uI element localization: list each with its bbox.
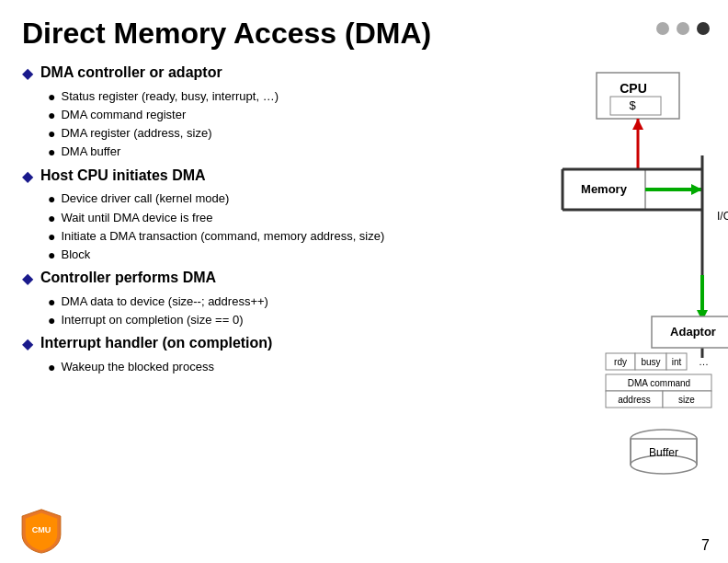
svg-text:size: size: [678, 395, 695, 405]
sub-dot: ●: [48, 229, 55, 244]
svg-text:address: address: [618, 395, 651, 405]
text-column: ◆ DMA controller or adaptor ● Status reg…: [22, 63, 417, 487]
nav-dots: [656, 22, 710, 35]
svg-text:Buffer: Buffer: [649, 446, 678, 459]
bullet-main-4: ◆ Interrupt handler (on completion): [22, 334, 417, 353]
sub-bullets-3: ● DMA data to device (size--; address++)…: [48, 293, 417, 328]
list-item: ● Interrupt on completion (size == 0): [48, 312, 417, 328]
diagram-column: CPU $ Memory I/O bus: [427, 63, 706, 487]
list-item: ● Initiate a DMA transaction (command, m…: [48, 228, 417, 245]
list-item: ● Wakeup the blocked process: [48, 359, 417, 375]
sub-text: DMA command register: [61, 107, 186, 123]
sub-dot: ●: [48, 144, 55, 159]
nav-dot-1: [656, 22, 669, 35]
logo-shield-icon: CMU: [18, 508, 64, 554]
svg-text:rdy: rdy: [614, 357, 627, 367]
list-item: ● Block: [48, 247, 417, 263]
list-item: ● Status register (ready, busy, interrup…: [48, 88, 417, 105]
bullet-diamond-3: ◆: [22, 270, 33, 287]
svg-marker-5: [632, 119, 643, 130]
sub-text: Status register (ready, busy, interrupt,…: [61, 88, 279, 105]
bullet-main-text-4: Interrupt handler (on completion): [40, 334, 272, 353]
sub-text: Wait until DMA device is free: [61, 210, 212, 226]
sub-text: DMA buffer: [61, 144, 120, 160]
bullet-main-3: ◆ Controller performs DMA: [22, 269, 417, 288]
list-item: ● DMA buffer: [48, 144, 417, 160]
sub-text: Interrupt on completion (size == 0): [61, 312, 243, 328]
sub-bullets-2: ● Device driver call (kernel mode) ● Wai…: [48, 190, 417, 263]
sub-bullets-1: ● Status register (ready, busy, interrup…: [48, 88, 417, 161]
bullet-main-text-1: DMA controller or adaptor: [40, 63, 222, 83]
sub-text: Device driver call (kernel mode): [61, 190, 229, 207]
nav-dot-2: [677, 22, 689, 35]
content-area: ◆ DMA controller or adaptor ● Status reg…: [22, 63, 706, 487]
list-item: ● Wait until DMA device is free: [48, 210, 417, 226]
bullet-main-text-3: Controller performs DMA: [40, 269, 216, 288]
sub-text: Block: [61, 247, 90, 263]
diagram-svg: CPU $ Memory I/O bus: [427, 63, 728, 487]
sub-dot: ●: [48, 89, 55, 104]
svg-text:busy: busy: [641, 357, 660, 367]
sub-dot: ●: [48, 126, 55, 141]
sub-dot: ●: [48, 294, 55, 309]
bullet-diamond-4: ◆: [22, 335, 33, 352]
svg-text:I/O bus: I/O bus: [717, 210, 728, 223]
sub-dot: ●: [48, 211, 55, 225]
svg-text:Adaptor: Adaptor: [670, 325, 716, 339]
bullet-diamond-1: ◆: [22, 64, 33, 82]
sub-text: DMA data to device (size--; address++): [61, 293, 267, 310]
svg-text:CMU: CMU: [32, 525, 51, 534]
svg-text:DMA command: DMA command: [628, 378, 690, 388]
bullet-main-2: ◆ Host CPU initiates DMA: [22, 167, 417, 186]
sub-text: DMA register (address, size): [61, 125, 211, 142]
svg-text:$: $: [629, 98, 636, 112]
bullet-diamond-2: ◆: [22, 167, 33, 185]
svg-text:CPU: CPU: [620, 81, 647, 96]
svg-text:int: int: [672, 357, 682, 367]
list-item: ● DMA register (address, size): [48, 125, 417, 142]
bullet-main-text-2: Host CPU initiates DMA: [40, 167, 206, 186]
sub-dot: ●: [48, 247, 55, 262]
list-item: ● Device driver call (kernel mode): [48, 190, 417, 207]
slide-title: Direct Memory Access (DMA): [22, 17, 706, 51]
nav-dot-3: [697, 22, 710, 35]
page-number: 7: [701, 537, 710, 554]
slide-container: Direct Memory Access (DMA) ◆ DMA control…: [0, 0, 728, 563]
sub-text: Initiate a DMA transaction (command, mem…: [61, 228, 384, 245]
sub-dot: ●: [48, 191, 55, 206]
list-item: ● DMA command register: [48, 107, 417, 123]
sub-dot: ●: [48, 313, 55, 327]
svg-marker-9: [691, 184, 702, 195]
svg-text:…: …: [699, 356, 709, 367]
sub-dot: ●: [48, 360, 55, 374]
list-item: ● DMA data to device (size--; address++): [48, 293, 417, 310]
sub-dot: ●: [48, 108, 55, 122]
bullet-main-1: ◆ DMA controller or adaptor: [22, 63, 417, 83]
logo-area: CMU: [18, 508, 66, 556]
sub-bullets-4: ● Wakeup the blocked process: [48, 359, 417, 375]
svg-text:Memory: Memory: [581, 182, 628, 196]
sub-text: Wakeup the blocked process: [61, 359, 213, 375]
